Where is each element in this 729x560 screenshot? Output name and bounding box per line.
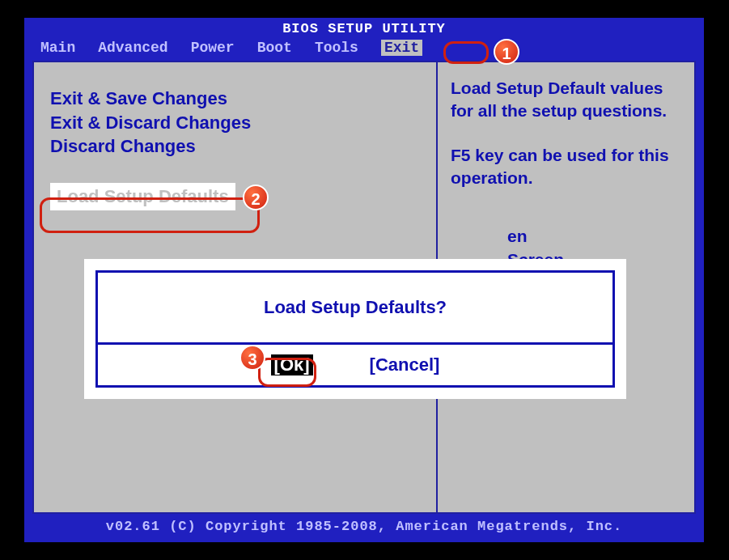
help-description-2: F5 key can be used for this operation. [451,144,681,190]
menu-exit-discard[interactable]: Exit & Discard Changes [50,111,420,135]
tab-bar: Main Advanced Power Boot Tools Exit [24,38,704,61]
tab-main[interactable]: Main [40,40,75,56]
title-bar: BIOS SETUP UTILITY [24,18,704,38]
tab-exit[interactable]: Exit [381,40,422,56]
ok-button[interactable]: [Ok] [271,354,313,375]
menu-discard[interactable]: Discard Changes [50,134,420,159]
dialog-buttons: [Ok] [Cancel] [98,342,612,385]
confirm-dialog: Load Setup Defaults? [Ok] [Cancel] [84,259,626,399]
tab-power[interactable]: Power [191,40,235,56]
tab-tools[interactable]: Tools [315,40,358,56]
tab-advanced[interactable]: Advanced [98,40,167,56]
help-description-1: Load Setup Default values for all the se… [451,77,681,123]
cancel-button[interactable]: [Cancel] [370,354,440,375]
footer-copyright: v02.61 (C) Copyright 1985-2008, American… [24,514,704,539]
dialog-title: Load Setup Defaults? [98,273,612,342]
menu-load-defaults[interactable]: Load Setup Defaults [50,183,235,210]
tab-boot[interactable]: Boot [257,40,292,56]
menu-exit-save[interactable]: Exit & Save Changes [50,87,420,111]
